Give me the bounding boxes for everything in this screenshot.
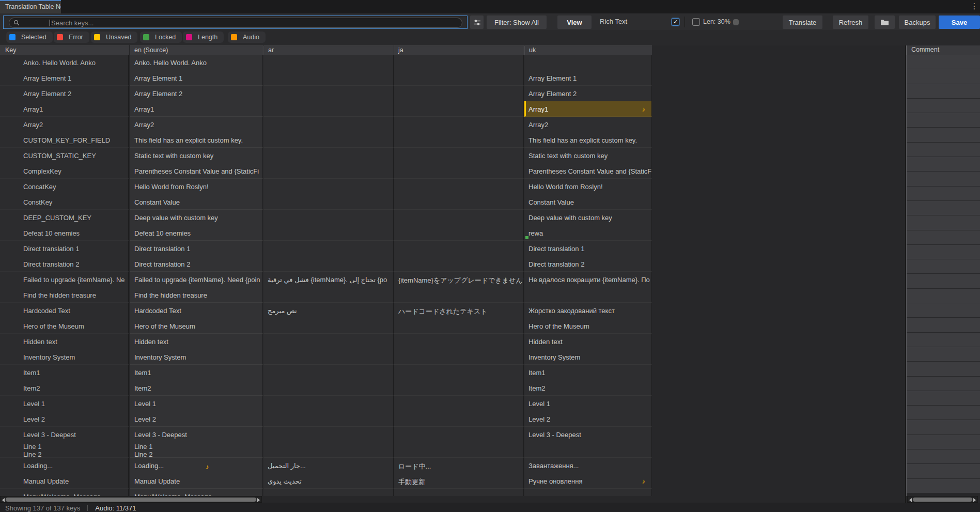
column-header-ja[interactable]: ja [394, 45, 524, 55]
cell-key[interactable]: Failed to upgrade {itemName}. Ne [0, 272, 129, 287]
cell-ja[interactable] [394, 334, 524, 349]
comment-cell[interactable] [907, 172, 980, 186]
cell-uk[interactable] [524, 489, 652, 496]
cell-uk[interactable]: Ручне оновлення♪ [524, 473, 652, 489]
cell-uk[interactable]: Array1♪ [524, 101, 652, 117]
cell-en[interactable]: Array Element 2 [130, 86, 263, 101]
comment-cell[interactable] [907, 479, 980, 493]
cell-key[interactable]: Defeat 10 enemies [0, 225, 129, 241]
cell-key[interactable]: Loading... [0, 458, 129, 473]
cell-uk[interactable]: rewa [524, 225, 652, 241]
column-header-ar[interactable]: ar [263, 45, 394, 55]
cell-uk[interactable]: Hero of the Museum [524, 318, 652, 334]
comment-cell[interactable] [907, 230, 980, 245]
scroll-right-arrow-icon[interactable] [257, 498, 260, 502]
cell-key[interactable]: Menu/Welcome_Message [0, 489, 129, 496]
comment-cell[interactable] [907, 435, 980, 449]
cell-ar[interactable] [263, 489, 394, 496]
len-slider-knob[interactable] [733, 19, 739, 25]
cell-en[interactable]: Array1 [130, 101, 263, 117]
cell-ar[interactable] [263, 334, 394, 349]
cell-ar[interactable] [263, 55, 394, 70]
comment-cell[interactable] [907, 333, 980, 347]
cell-key[interactable]: Direct translation 1 [0, 241, 129, 256]
cell-uk[interactable]: Item2 [524, 380, 652, 396]
cell-ar[interactable] [263, 101, 394, 117]
cell-en[interactable]: Level 3 - Deepest [130, 427, 263, 442]
cell-uk[interactable]: Level 3 - Deepest [524, 427, 652, 442]
scrollbar-thumb[interactable] [6, 498, 256, 502]
comment-cell[interactable] [907, 69, 980, 84]
cell-ja[interactable] [394, 365, 524, 380]
cell-key[interactable]: Item2 [0, 380, 129, 396]
cell-uk[interactable]: Inventory System [524, 349, 652, 365]
rich-text-checkbox[interactable]: ✓ [672, 18, 679, 26]
cell-ja[interactable] [394, 349, 524, 365]
cell-ja[interactable] [394, 163, 524, 179]
cell-en[interactable]: Direct translation 1 [130, 241, 263, 256]
cell-key[interactable]: Array Element 1 [0, 70, 129, 86]
cell-key[interactable]: Level 2 [0, 411, 129, 427]
cell-ar[interactable] [263, 380, 394, 396]
cell-en[interactable]: Static text with custom key [130, 148, 263, 163]
cell-key[interactable]: Line 1 Line 2 [0, 442, 129, 458]
cell-en[interactable]: Anko. Hello World. Anko [130, 55, 263, 70]
backups-button[interactable]: Backups [899, 15, 936, 29]
cell-uk[interactable] [524, 442, 652, 458]
cell-ja[interactable] [394, 179, 524, 194]
cell-en[interactable]: Array Element 1 [130, 70, 263, 86]
cell-ar[interactable] [263, 86, 394, 101]
cell-key[interactable]: Level 1 [0, 396, 129, 411]
cell-uk[interactable]: Constant Value [524, 194, 652, 210]
cell-en[interactable]: Menu/Welcome_Message [130, 489, 263, 496]
scrollbar-thumb[interactable] [913, 498, 972, 502]
cell-ja[interactable] [394, 489, 524, 496]
comment-cell[interactable] [907, 406, 980, 420]
cell-ar[interactable] [263, 411, 394, 427]
cell-ar[interactable]: فشل في ترقية {itemName}. تحتاج إلى {po [263, 272, 394, 287]
cell-en[interactable]: Defeat 10 enemies [130, 225, 263, 241]
cell-ja[interactable] [394, 132, 524, 148]
cell-uk[interactable]: Deep value with custom key [524, 210, 652, 225]
cell-en[interactable]: Loading...♪ [130, 458, 263, 473]
cell-ar[interactable] [263, 349, 394, 365]
translate-button[interactable]: Translate [783, 15, 822, 29]
cell-ja[interactable] [394, 55, 524, 70]
cell-ar[interactable] [263, 396, 394, 411]
cell-ar[interactable] [263, 365, 394, 380]
comment-cell[interactable] [907, 318, 980, 332]
cell-ja[interactable] [394, 86, 524, 101]
cell-key[interactable]: Hidden text [0, 334, 129, 349]
cell-ar[interactable] [263, 210, 394, 225]
cell-uk[interactable]: Item1 [524, 365, 652, 380]
comment-cell[interactable] [907, 289, 980, 303]
cell-ar[interactable] [263, 194, 394, 210]
comment-cell[interactable] [907, 245, 980, 259]
cell-key[interactable]: CUSTOM_KEY_FOR_FIELD [0, 132, 129, 148]
cell-uk[interactable]: Не вдалося покращити {itemName}. По [524, 272, 652, 287]
column-header-en[interactable]: en (Source) [130, 45, 263, 55]
cell-en[interactable]: Failed to upgrade {itemName}. Need {poin [130, 272, 263, 287]
cell-uk[interactable]: Hidden text [524, 334, 652, 349]
cell-key[interactable]: Level 3 - Deepest [0, 427, 129, 442]
cell-ja[interactable] [394, 117, 524, 132]
cell-ja[interactable] [394, 148, 524, 163]
cell-ja[interactable] [394, 225, 524, 241]
cell-uk[interactable]: Level 1 [524, 396, 652, 411]
cell-en[interactable]: Find the hidden treasure [130, 287, 263, 303]
cell-en[interactable]: Hardcoded Text [130, 303, 263, 318]
cell-uk[interactable]: Level 2 [524, 411, 652, 427]
cell-uk[interactable]: Static text with custom key [524, 148, 652, 163]
cell-key[interactable]: Direct translation 2 [0, 256, 129, 272]
cell-en[interactable]: Hidden text [130, 334, 263, 349]
cell-key[interactable]: ConcatKey [0, 179, 129, 194]
comment-cell[interactable] [907, 377, 980, 391]
cell-ja[interactable] [394, 70, 524, 86]
filter-button[interactable]: Filter: Show All [487, 15, 547, 29]
cell-ja[interactable] [394, 318, 524, 334]
scroll-left-arrow-icon[interactable] [2, 498, 5, 502]
cell-key[interactable]: Array1 [0, 101, 129, 117]
comment-cell[interactable] [907, 99, 980, 113]
len-checkbox[interactable] [692, 18, 700, 26]
cell-en[interactable]: Item1 [130, 365, 263, 380]
